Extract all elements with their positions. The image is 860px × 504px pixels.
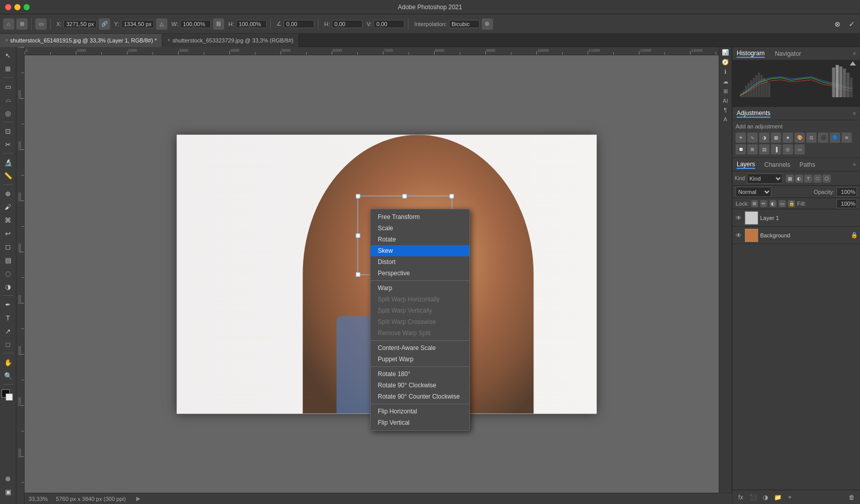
transform-handle-bl[interactable] [356, 273, 360, 277]
selective-color-adj[interactable]: ◎ [783, 144, 793, 155]
eraser-tool[interactable]: ◻ [2, 240, 14, 253]
lock-paint-icon[interactable]: ✏ [760, 200, 767, 207]
slice-tool[interactable]: ✂ [2, 138, 14, 150]
quick-mask-icon[interactable]: ⊗ [2, 472, 14, 485]
info-strip-icon[interactable]: ℹ [724, 69, 726, 75]
add-layer-button[interactable]: + [785, 492, 795, 502]
link-xy-icon[interactable]: 🔗 [99, 18, 110, 30]
grid-strip-icon[interactable]: ⊞ [723, 88, 728, 95]
lock-filter-icon[interactable]: ◐ [769, 200, 777, 207]
swatch-container[interactable] [2, 389, 15, 403]
lock-artboard-icon[interactable]: ▭ [779, 200, 786, 207]
ai-strip-icon[interactable]: AI [723, 98, 728, 104]
context-menu-item-skew[interactable]: Skew [371, 245, 469, 256]
gradient-tool[interactable]: ▤ [2, 254, 14, 266]
zoom-tool[interactable]: 🔍 [2, 369, 14, 382]
background-color[interactable] [6, 393, 13, 401]
move-tool[interactable]: ↖ [2, 49, 14, 61]
histogram-title[interactable]: Histogram [737, 50, 765, 58]
dodge-tool[interactable]: ◑ [2, 280, 14, 293]
delete-layer-button[interactable]: 🗑 [847, 492, 857, 502]
tab-0[interactable]: × shutterstock_651481915.jpg @ 33,3% (La… [0, 34, 162, 47]
paths-tab[interactable]: Paths [800, 161, 815, 168]
rect-select-tool[interactable]: ▭ [2, 80, 14, 93]
navigator-title[interactable]: Navigator [775, 50, 801, 57]
skew-h-value[interactable]: 0,00 [332, 20, 362, 28]
context-menu-item-warp[interactable]: Warp [371, 282, 469, 294]
pen-tool[interactable]: ✒ [2, 298, 14, 311]
shape-tool[interactable]: □ [2, 338, 14, 350]
context-menu-item-perspective[interactable]: Perspective [371, 268, 469, 279]
path-select-tool[interactable]: ↗ [2, 325, 14, 337]
clone-tool[interactable]: ⌘ [2, 214, 14, 226]
home-icon[interactable]: ⌂ [3, 18, 14, 30]
brightness-adj[interactable]: ☀ [736, 133, 746, 143]
lock-all-icon[interactable]: 🔒 [788, 200, 795, 207]
minimize-button[interactable] [14, 4, 20, 10]
blur-tool[interactable]: ◌ [2, 267, 14, 279]
adjustments-collapse[interactable]: ≡ [853, 111, 856, 116]
gradient-map-adj[interactable]: ▭ [794, 144, 805, 155]
brush-tool[interactable]: 🖌 [2, 201, 14, 213]
crop-tool[interactable]: ⊡ [2, 125, 14, 137]
hand-tool[interactable]: ✋ [2, 356, 14, 368]
cancel-transform-button[interactable]: ⊗ [834, 20, 841, 28]
cc-strip-icon[interactable]: ☁ [723, 78, 728, 85]
adjustments-title[interactable]: Adjustments [737, 109, 770, 118]
layer-1-item[interactable]: 👁 Layer 1 [733, 209, 860, 227]
histogram-collapse[interactable]: ≡ [853, 51, 856, 56]
layer-1-visibility[interactable]: 👁 [735, 214, 743, 222]
artboard-tool[interactable]: ⊞ [2, 62, 14, 75]
posterize-adj[interactable]: ▤ [759, 144, 769, 155]
context-menu-item-flip-horizontal[interactable]: Flip Horizontal [371, 406, 469, 417]
hue-sat-adj[interactable]: 🎨 [794, 133, 805, 143]
warp-options-icon[interactable]: ⚙ [482, 18, 493, 30]
layers-panel-collapse[interactable]: ≡ [853, 162, 856, 167]
h-value[interactable]: 100,00% [236, 20, 267, 28]
tab-1-close[interactable]: × [167, 37, 170, 43]
background-visibility[interactable]: 👁 [735, 231, 743, 239]
history-brush[interactable]: ↩ [2, 227, 14, 239]
transform-handle-tr[interactable] [449, 194, 454, 199]
font-strip-icon[interactable]: A [723, 116, 727, 122]
chain-icon[interactable]: ⛓ [213, 18, 224, 30]
tab-1[interactable]: × shutterstock_653323729.jpg @ 33,3% (RG… [162, 34, 299, 47]
canvas-area[interactable]: Free TransformScaleRotateSkewDistortPers… [25, 55, 732, 493]
y-value[interactable]: 1334,50 px [121, 20, 154, 28]
context-menu-item-rotate-90-counter-clockwise[interactable]: Rotate 90° Counter Clockwise [371, 391, 469, 402]
context-menu-item-free-transform[interactable]: Free Transform [371, 211, 469, 223]
transform-handle-tl[interactable] [356, 194, 360, 199]
skew-v-value[interactable]: 0,00 [374, 20, 404, 28]
para-strip-icon[interactable]: ¶ [724, 107, 727, 113]
blend-mode-select[interactable]: Normal [736, 187, 771, 197]
background-layer-item[interactable]: 👁 Background 🔒 [733, 227, 860, 244]
measure-tool[interactable]: 📏 [2, 169, 14, 182]
color-lookup-adj[interactable]: 🔲 [736, 144, 746, 155]
nav-arrow[interactable]: ▶ [136, 495, 140, 502]
screen-mode-icon[interactable]: ▣ [2, 486, 14, 498]
extra-tools-icon[interactable]: ⊞ [16, 18, 28, 30]
layer-fx-button[interactable]: fx [736, 492, 746, 502]
window-controls[interactable] [5, 4, 30, 10]
threshold-adj[interactable]: ▐ [771, 144, 781, 155]
transform-handle-tm[interactable] [402, 194, 406, 199]
maximize-button[interactable] [24, 4, 30, 10]
vibrance-adj[interactable]: ★ [783, 133, 793, 143]
levels-adj[interactable]: ▦ [771, 133, 781, 143]
rect-select-icon[interactable]: ▭ [35, 18, 47, 30]
context-menu-item-flip-vertical[interactable]: Flip Vertical [371, 417, 469, 428]
close-button[interactable] [5, 4, 11, 10]
opacity-input[interactable] [836, 187, 857, 196]
context-menu-item-puppet-warp[interactable]: Puppet Warp [371, 354, 469, 365]
curves-adj[interactable]: ∿ [747, 133, 758, 143]
confirm-transform-button[interactable]: ✓ [849, 20, 855, 28]
text-tool[interactable]: T [2, 312, 14, 324]
add-mask-button[interactable]: ⬛ [748, 492, 758, 502]
healing-tool[interactable]: ⊕ [2, 187, 14, 200]
add-group-button[interactable]: 📁 [772, 492, 783, 502]
layers-tab[interactable]: Layers [737, 161, 755, 169]
filter-smart-icon[interactable]: ⬡ [823, 174, 831, 183]
tab-0-close[interactable]: × [5, 37, 8, 43]
lasso-tool[interactable]: ⌓ [2, 94, 14, 106]
lock-trans-icon[interactable]: ⊞ [751, 200, 758, 207]
